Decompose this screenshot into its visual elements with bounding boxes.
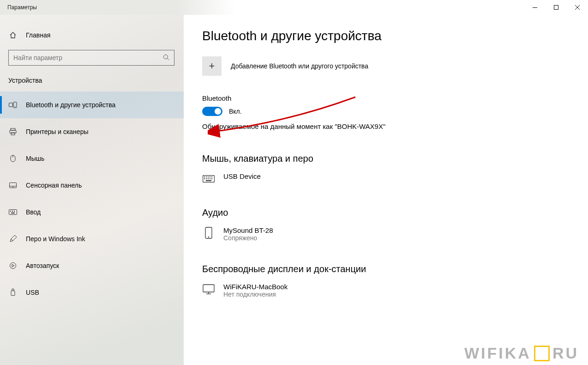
plus-icon: + (202, 56, 222, 76)
usb-icon (8, 289, 18, 296)
sidebar-item-label: Перо и Windows Ink (26, 235, 85, 243)
sidebar-item-typing[interactable]: Ввод (0, 199, 184, 225)
svg-rect-32 (211, 178, 212, 179)
qr-icon (534, 346, 550, 361)
discoverable-text: Обнаруживаемое на данный момент как "BOH… (202, 122, 570, 130)
touchpad-icon (8, 182, 18, 188)
minimize-button[interactable] (524, 0, 546, 15)
svg-rect-24 (206, 176, 207, 177)
printer-icon (8, 128, 18, 135)
svg-rect-15 (10, 211, 11, 212)
sidebar-item-mouse[interactable]: Мышь (0, 145, 184, 172)
section-input-heading: Мышь, клавиатура и перо (202, 153, 570, 164)
svg-rect-1 (554, 6, 558, 10)
sidebar-item-label: Принтеры и сканеры (26, 128, 88, 135)
main-panel: Bluetooth и другие устройства + Добавлен… (184, 15, 588, 365)
svg-point-35 (208, 237, 209, 237)
sidebar: Главная Устройства Bluetooth и другие ус… (0, 15, 184, 365)
svg-rect-31 (210, 178, 210, 179)
svg-rect-29 (206, 178, 207, 179)
bluetooth-devices-icon (8, 102, 18, 108)
sidebar-item-printers[interactable]: Принтеры и сканеры (0, 118, 184, 145)
svg-rect-14 (9, 210, 17, 215)
sidebar-category: Устройства (0, 73, 184, 91)
page-title: Bluetooth и другие устройства (202, 29, 570, 43)
svg-point-2 (164, 55, 168, 59)
maximize-button[interactable] (546, 0, 567, 15)
bluetooth-label: Bluetooth (202, 94, 570, 102)
svg-rect-3 (9, 103, 13, 107)
svg-point-19 (10, 263, 16, 269)
section-audio-heading: Аудио (202, 207, 570, 218)
sidebar-item-touchpad[interactable]: Сенсорная панель (0, 172, 184, 199)
sidebar-item-usb[interactable]: USB (0, 279, 184, 306)
pen-icon (8, 235, 18, 243)
autoplay-icon (8, 262, 18, 269)
sidebar-item-bluetooth[interactable]: Bluetooth и другие устройства (0, 91, 184, 118)
keyboard-icon (8, 209, 18, 215)
add-device-row[interactable]: + Добавление Bluetooth или другого устро… (202, 56, 570, 76)
svg-rect-27 (211, 176, 212, 177)
close-button[interactable] (567, 0, 588, 15)
toggle-state-label: Вкл. (229, 108, 242, 115)
sidebar-home[interactable]: Главная (0, 25, 184, 45)
add-device-label: Добавление Bluetooth или другого устройс… (231, 62, 368, 70)
search-icon (163, 54, 169, 62)
device-name: WiFiKARU-MacBook (223, 283, 288, 291)
sidebar-item-label: Bluetooth и другие устройства (26, 101, 115, 109)
svg-rect-36 (203, 285, 214, 292)
svg-rect-17 (14, 211, 15, 212)
svg-rect-30 (208, 178, 209, 179)
device-name: USB Device (223, 172, 261, 180)
watermark: WIFIKA RU (464, 344, 579, 362)
svg-rect-33 (206, 180, 211, 181)
sidebar-item-label: USB (26, 289, 39, 296)
device-status: Сопряжено (223, 234, 273, 242)
watermark-text-1: WIFIKA (464, 344, 531, 362)
svg-rect-25 (208, 176, 209, 177)
svg-rect-23 (204, 176, 205, 177)
bluetooth-toggle-row: Вкл. (202, 107, 570, 116)
phone-device-icon (202, 226, 215, 239)
device-row[interactable]: USB Device (202, 172, 570, 185)
device-row[interactable]: MySound BT-28 Сопряжено (202, 226, 570, 242)
sidebar-item-label: Автозапуск (26, 262, 59, 269)
bluetooth-toggle[interactable] (202, 107, 222, 116)
svg-rect-21 (11, 291, 15, 296)
sidebar-home-label: Главная (26, 31, 50, 39)
watermark-text-2: RU (552, 344, 579, 362)
svg-rect-0 (533, 7, 537, 8)
sidebar-item-label: Ввод (26, 208, 41, 216)
svg-rect-18 (11, 213, 15, 213)
window-controls (524, 0, 588, 15)
home-icon (8, 31, 18, 39)
sidebar-item-label: Сенсорная панель (26, 182, 82, 189)
svg-point-5 (15, 106, 16, 107)
keyboard-device-icon (202, 172, 215, 185)
mouse-icon (8, 155, 18, 162)
device-row[interactable]: WiFiKARU-MacBook Нет подключения (202, 283, 570, 298)
device-name: MySound BT-28 (223, 226, 273, 234)
search-input[interactable] (13, 54, 163, 61)
section-wireless-heading: Беспроводные дисплеи и док-станции (202, 264, 570, 274)
title-bar: Параметры (0, 0, 588, 15)
search-wrap (0, 45, 184, 73)
svg-rect-6 (11, 128, 15, 130)
window-title: Параметры (7, 4, 37, 11)
sidebar-item-pen[interactable]: Перо и Windows Ink (0, 225, 184, 252)
toggle-knob (215, 108, 221, 115)
monitor-device-icon (202, 283, 215, 296)
svg-rect-28 (204, 178, 205, 179)
device-status: Нет подключения (223, 291, 288, 298)
sidebar-item-label: Мышь (26, 155, 44, 162)
sidebar-item-autoplay[interactable]: Автозапуск (0, 252, 184, 279)
svg-rect-26 (210, 176, 210, 177)
svg-rect-20 (12, 289, 14, 291)
svg-rect-16 (12, 211, 13, 212)
search-box[interactable] (8, 50, 174, 66)
